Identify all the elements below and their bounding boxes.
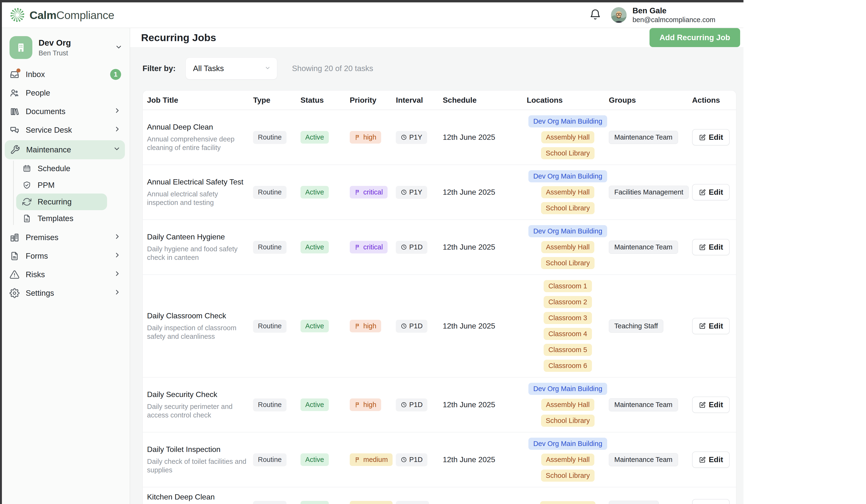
- job-description: Annual electrical safety inspection and …: [147, 190, 253, 207]
- schedule-date: 12th June 2025: [443, 400, 495, 409]
- schedule-date: 12th June 2025: [443, 243, 495, 251]
- sidebar-item-risks[interactable]: Risks: [0, 265, 130, 284]
- sidebar-item-documents[interactable]: Documents: [0, 102, 130, 121]
- interval-badge: P1D: [396, 320, 427, 332]
- job-title-cell: Annual Electrical Safety Test Annual ele…: [147, 177, 253, 207]
- locations-cell: Classroom 1 Classroom 2 Classroom 3 Clas…: [527, 280, 609, 372]
- edit-button[interactable]: Edit: [692, 451, 730, 468]
- page-title: Recurring Jobs: [141, 32, 216, 44]
- location-badge: Classroom 3: [544, 312, 592, 324]
- sidebar-item-templates[interactable]: Templates: [0, 210, 130, 227]
- sidebar-item-inbox[interactable]: Inbox 1: [0, 65, 130, 84]
- flag-icon: [355, 134, 361, 140]
- table-row: Daily Toilet Inspection Daily check of t…: [143, 433, 736, 488]
- content-area: Filter by: All Tasks Showing 20 of 20 ta…: [130, 47, 743, 504]
- flag-icon: [355, 457, 361, 463]
- notifications-bell-icon[interactable]: [589, 8, 601, 22]
- column-header: Priority: [350, 96, 396, 105]
- priority-badge: critical: [350, 186, 388, 198]
- add-recurring-job-button[interactable]: Add Recurring Job: [650, 28, 740, 47]
- locations-cell: Dev Org Main Building Assembly Hall Scho…: [527, 438, 609, 482]
- locations-cell: Dev Org Main Building Assembly Hall Scho…: [527, 225, 609, 269]
- inbox-count-badge: 1: [110, 69, 121, 80]
- interval-badge: P1Y: [396, 131, 427, 144]
- edit-button[interactable]: Edit: [692, 184, 730, 201]
- sidebar-item-schedule[interactable]: Schedule: [0, 160, 130, 177]
- interval-badge: P1W: [396, 501, 429, 504]
- schedule-date: 12th June 2025: [443, 503, 495, 504]
- job-title-cell: Kitchen Deep Clean Weekly deep cleaning …: [147, 493, 253, 504]
- window-top-bar: [0, 0, 743, 2]
- job-title: Annual Deep Clean: [147, 123, 253, 131]
- calendar-icon: [22, 164, 31, 173]
- group-badge: Kitchen Staff: [609, 501, 659, 504]
- job-description: Daily security perimeter and access cont…: [147, 402, 253, 419]
- group-badge: Facilities Management: [609, 186, 689, 199]
- priority-badge: high: [350, 320, 381, 332]
- chevron-right-icon: [113, 251, 121, 261]
- buildings-icon: [10, 232, 20, 242]
- file-icon: [22, 214, 31, 223]
- sidebar-item-settings[interactable]: Settings: [0, 284, 130, 302]
- status-badge: Active: [300, 186, 329, 198]
- schedule-date: 12th June 2025: [443, 455, 495, 464]
- priority-badge: critical: [350, 241, 388, 253]
- edit-icon: [699, 456, 706, 463]
- job-description: Daily check of toilet facilities and sup…: [147, 457, 253, 474]
- inbox-icon: [10, 69, 20, 79]
- group-badge: Maintenance Team: [609, 453, 678, 466]
- location-badge: Assembly Hall: [541, 241, 595, 253]
- wrench-icon: [10, 145, 20, 155]
- sidebar-item-maintenance[interactable]: Maintenance: [5, 140, 125, 159]
- edit-button[interactable]: Edit: [692, 239, 730, 255]
- filter-selected-value: All Tasks: [193, 64, 224, 73]
- group-badge: Maintenance Team: [609, 131, 678, 144]
- org-selector[interactable]: Dev Org Ben Trust: [10, 36, 123, 59]
- sidebar-item-premises[interactable]: Premises: [0, 228, 130, 247]
- sidebar-item-service-desk[interactable]: Service Desk: [0, 121, 130, 139]
- type-badge: Routine: [253, 501, 287, 504]
- gear-icon: [10, 288, 20, 298]
- clock-icon: [401, 402, 407, 408]
- flag-icon: [355, 189, 361, 195]
- job-title-cell: Annual Deep Clean Annual comprehensive d…: [147, 123, 253, 152]
- job-description: Daily inspection of classroom safety and…: [147, 323, 253, 341]
- interval-badge: P1D: [396, 241, 427, 253]
- clock-icon: [401, 244, 407, 250]
- sidebar-item-label: People: [26, 89, 50, 98]
- locations-cell: School Kitchen: [527, 501, 609, 504]
- sidebar-item-people[interactable]: People: [0, 84, 130, 102]
- table-row: Annual Deep Clean Annual comprehensive d…: [143, 110, 736, 165]
- locations-cell: Dev Org Main Building Assembly Hall Scho…: [527, 115, 609, 159]
- sidebar-item-forms[interactable]: Forms: [0, 247, 130, 265]
- column-header: Actions: [692, 96, 731, 105]
- task-filter-select[interactable]: All Tasks: [186, 58, 277, 79]
- chevron-down-icon: [265, 64, 271, 73]
- sidebar-item-label: Templates: [37, 214, 73, 223]
- table-row: Daily Security Check Daily security peri…: [143, 378, 736, 433]
- edit-button[interactable]: Edit: [692, 318, 730, 334]
- page-header: Recurring Jobs Add Recurring Job: [130, 28, 743, 47]
- sidebar-item-recurring[interactable]: Recurring: [16, 194, 107, 210]
- org-avatar: [10, 36, 32, 59]
- notification-dot: [16, 68, 21, 72]
- edit-button[interactable]: Edit: [692, 129, 730, 146]
- location-badge: Dev Org Main Building: [529, 383, 607, 395]
- user-menu[interactable]: Ben Gale ben@calmcompliance.com: [611, 6, 715, 24]
- edit-button[interactable]: Edit: [692, 499, 730, 504]
- status-badge: Active: [300, 454, 329, 466]
- job-title: Kitchen Deep Clean: [147, 493, 253, 501]
- clock-icon: [401, 134, 407, 140]
- avatar[interactable]: [611, 7, 627, 23]
- column-header: Type: [253, 96, 300, 105]
- people-icon: [10, 88, 20, 98]
- location-badge: School Library: [541, 470, 595, 482]
- sidebar-item-ppm[interactable]: PPM: [0, 177, 130, 194]
- location-badge: Classroom 2: [544, 296, 592, 308]
- job-title: Daily Security Check: [147, 390, 253, 399]
- recurring-jobs-table: Job Title Type Status Priority Interval …: [143, 90, 736, 504]
- column-header: Schedule: [443, 96, 527, 105]
- edit-button[interactable]: Edit: [692, 397, 730, 413]
- sidebar-item-label: Service Desk: [26, 126, 72, 135]
- type-badge: Routine: [253, 241, 287, 253]
